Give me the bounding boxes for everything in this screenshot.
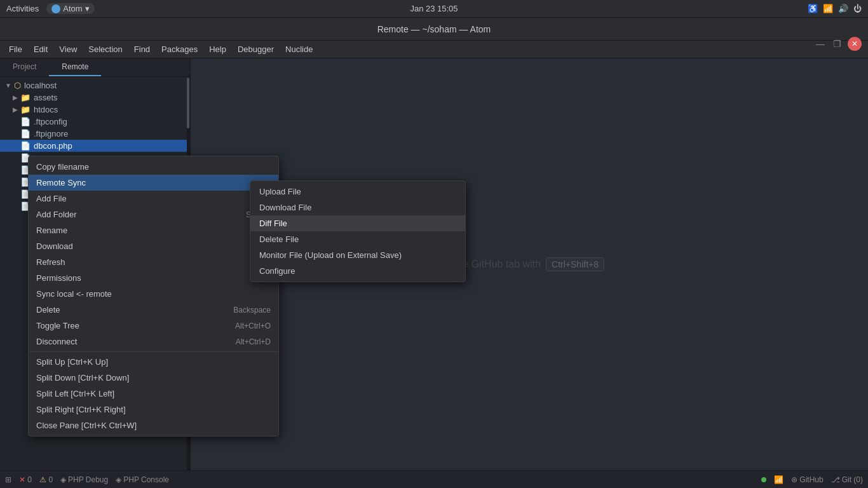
submenu-download-file[interactable]: Download File — [250, 200, 465, 215]
atom-dropdown-arrow: ▾ — [85, 4, 90, 13]
ctx-toggle-tree[interactable]: Toggle Tree Alt+Ctrl+O — [29, 318, 278, 334]
tree-item-label: assets — [34, 93, 58, 102]
file-icon: 📄 — [20, 129, 31, 139]
git-icon: ⎇ — [831, 475, 840, 484]
context-menu-separator — [29, 351, 278, 352]
title-bar: Remote — ~/soham — Atom — ❐ ✕ — [0, 18, 868, 41]
window-title: Remote — ~/soham — Atom — [377, 24, 491, 34]
git-btn[interactable]: ⎇ Git (0) — [831, 475, 863, 484]
status-dot-icon — [761, 477, 766, 482]
ctx-close-pane[interactable]: Close Pane [Ctrl+K Ctrl+W] — [29, 417, 278, 433]
submenu-upload-file[interactable]: Upload File — [250, 184, 465, 200]
tree-item-label: localhost — [24, 81, 57, 90]
php-debug-btn[interactable]: ◈ PHP Debug — [60, 475, 108, 484]
ctx-delete[interactable]: Delete Backspace — [29, 302, 278, 318]
menu-packages[interactable]: Packages — [156, 43, 203, 56]
ctx-split-down[interactable]: Split Down [Ctrl+K Down] — [29, 370, 278, 386]
console-icon: ◈ — [116, 475, 121, 484]
expand-arrow: ▶ — [13, 94, 18, 101]
expand-arrow: ▼ — [5, 82, 11, 89]
minimize-button[interactable]: — — [815, 38, 826, 50]
folder-icon: 📁 — [20, 93, 31, 102]
ctx-split-right[interactable]: Split Right [Ctrl+K Right] — [29, 402, 278, 417]
power-icon[interactable]: ⏻ — [853, 4, 862, 13]
sidebar-tabs: Project Remote — [0, 58, 190, 77]
menu-nuclide[interactable]: Nuclide — [280, 43, 318, 56]
atom-label: Atom — [63, 4, 82, 13]
hint-text: the GitHub tab with — [454, 259, 541, 270]
menu-edit[interactable]: Edit — [29, 43, 53, 56]
folder-icon: 📁 — [20, 105, 31, 114]
context-menu: Copy filename Remote Sync ▶ Add File A A… — [28, 156, 279, 437]
ctx-disconnect[interactable]: Disconnect Alt+Ctrl+D — [29, 334, 278, 349]
tree-item-ftpignore[interactable]: 📄 .ftpignore — [0, 128, 190, 140]
tree-item-label: .ftpconfig — [34, 117, 67, 126]
tree-item-ftpconfig[interactable]: 📄 .ftpconfig — [0, 116, 190, 128]
window-controls: — ❐ ✕ — [815, 37, 862, 51]
tree-item-label: .ftpignore — [34, 129, 68, 139]
github-btn[interactable]: ⊛ GitHub — [791, 475, 823, 484]
editor-hint: the GitHub tab with Ctrl+Shift+8 — [454, 257, 604, 271]
menu-bar: File Edit View Selection Find Packages H… — [0, 41, 868, 58]
server-icon: ⬡ — [14, 81, 21, 90]
submenu-delete-file[interactable]: Delete File — [250, 231, 465, 247]
os-datetime: Jan 23 15:05 — [410, 4, 458, 13]
status-warnings: ⚠ 0 — [39, 475, 53, 484]
menu-find[interactable]: Find — [129, 43, 155, 56]
atom-icon — [51, 4, 60, 13]
network-status-icon: 📶 — [774, 475, 783, 484]
scrollbar-thumb[interactable] — [187, 78, 189, 128]
status-bar-left: ⊞ ✕ 0 ⚠ 0 ◈ PHP Debug ◈ PHP Console — [5, 475, 169, 484]
ctx-permissions[interactable]: Permissions — [29, 270, 278, 286]
tree-item-htdocs[interactable]: ▶ 📁 htdocs — [0, 104, 190, 116]
ctx-copy-filename[interactable]: Copy filename — [29, 159, 278, 175]
menu-selection[interactable]: Selection — [83, 43, 127, 56]
ctx-download[interactable]: Download — [29, 238, 278, 254]
menu-debugger[interactable]: Debugger — [233, 43, 279, 56]
tab-project[interactable]: Project — [0, 58, 49, 76]
status-errors: ✕ 0 — [19, 475, 32, 484]
maximize-button[interactable]: ❐ — [831, 38, 843, 50]
tree-item-assets[interactable]: ▶ 📁 assets — [0, 92, 190, 104]
expand-arrow: ▶ — [13, 106, 18, 113]
volume-icon[interactable]: 🔊 — [838, 4, 848, 13]
warning-icon: ⚠ — [39, 475, 46, 484]
shortcut-badge: Ctrl+Shift+8 — [546, 257, 604, 271]
ctx-split-up[interactable]: Split Up [Ctrl+K Up] — [29, 354, 278, 370]
file-icon: 📄 — [20, 141, 31, 151]
status-bar: ⊞ ✕ 0 ⚠ 0 ◈ PHP Debug ◈ PHP Console 📶 ⊛ … — [0, 470, 868, 488]
php-console-btn[interactable]: ◈ PHP Console — [116, 475, 169, 484]
ctx-split-left[interactable]: Split Left [Ctrl+K Left] — [29, 386, 278, 402]
status-bar-right: 📶 ⊛ GitHub ⎇ Git (0) — [761, 475, 863, 484]
os-top-bar-left: Activities Atom ▾ — [6, 3, 95, 14]
os-top-bar: Activities Atom ▾ Jan 23 15:05 ♿ 📶 🔊 ⏻ — [0, 0, 868, 18]
os-top-bar-right: ♿ 📶 🔊 ⏻ — [808, 4, 862, 13]
tree-item-label: htdocs — [34, 105, 58, 114]
ctx-add-file[interactable]: Add File A — [29, 191, 278, 207]
menu-view[interactable]: View — [54, 43, 82, 56]
menu-file[interactable]: File — [4, 43, 27, 56]
submenu-diff-file[interactable]: Diff File — [250, 215, 465, 231]
github-icon: ⊛ — [791, 475, 797, 484]
submenu-monitor-file[interactable]: Monitor File (Upload on External Save) — [250, 247, 465, 263]
ctx-remote-sync[interactable]: Remote Sync ▶ — [29, 175, 278, 191]
submenu: Upload File Download File Diff File Dele… — [250, 180, 466, 282]
menu-help[interactable]: Help — [204, 43, 231, 56]
tree-item-localhost[interactable]: ▼ ⬡ localhost — [0, 79, 190, 92]
ctx-sync-local[interactable]: Sync local <- remote — [29, 286, 278, 302]
submenu-configure[interactable]: Configure — [250, 263, 465, 279]
ctx-add-folder[interactable]: Add Folder Shift+A — [29, 207, 278, 222]
accessibility-icon[interactable]: ♿ — [808, 4, 818, 13]
ctx-refresh[interactable]: Refresh — [29, 254, 278, 270]
php-icon: ◈ — [60, 475, 66, 484]
status-icon-grid: ⊞ — [5, 475, 11, 484]
tree-item-dbcon-php[interactable]: 📄 dbcon.php — [0, 140, 190, 152]
error-icon: ✕ — [19, 475, 25, 484]
tab-remote[interactable]: Remote — [49, 58, 101, 76]
close-button[interactable]: ✕ — [848, 37, 862, 51]
tree-item-label: dbcon.php — [34, 141, 72, 151]
ctx-rename[interactable]: Rename D — [29, 222, 278, 238]
network-icon[interactable]: 📶 — [823, 4, 833, 13]
activities-button[interactable]: Activities — [6, 4, 39, 13]
atom-badge[interactable]: Atom ▾ — [46, 3, 94, 14]
